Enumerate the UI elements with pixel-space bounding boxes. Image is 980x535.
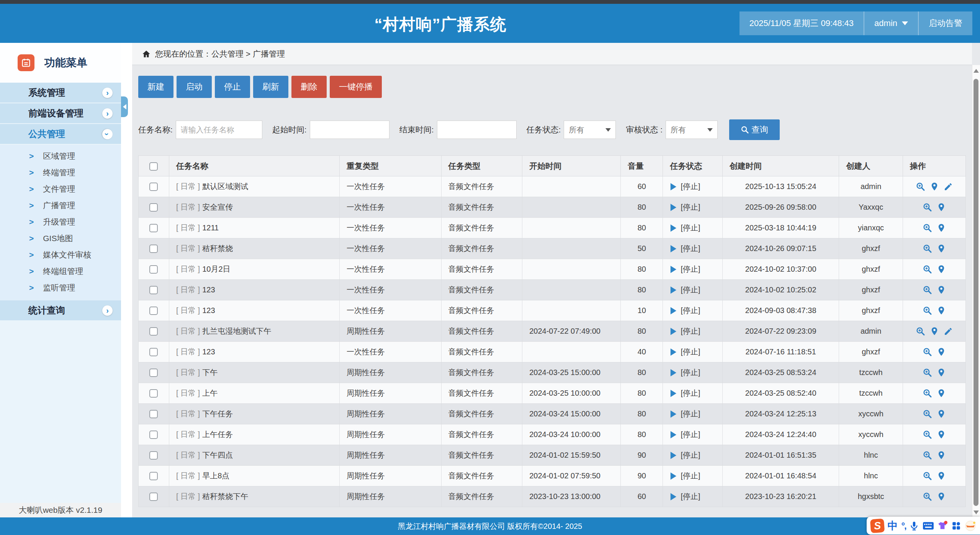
scroll-down-icon[interactable] xyxy=(973,511,979,514)
row-checkbox[interactable] xyxy=(149,224,158,232)
play-icon[interactable] xyxy=(670,451,677,460)
skin-icon[interactable] xyxy=(937,521,948,531)
row-checkbox[interactable] xyxy=(149,203,158,212)
row-checkbox[interactable] xyxy=(149,286,158,294)
location-pin-icon[interactable] xyxy=(930,182,939,191)
play-icon[interactable] xyxy=(670,307,677,315)
task-name-input[interactable] xyxy=(176,121,262,139)
sidebar-item-升级管理[interactable]: >升级管理 xyxy=(0,214,121,230)
row-checkbox[interactable] xyxy=(149,348,158,356)
row-checkbox[interactable] xyxy=(149,307,158,315)
location-pin-icon[interactable] xyxy=(937,223,946,233)
row-checkbox[interactable] xyxy=(149,327,158,336)
keyboard-icon[interactable] xyxy=(923,521,934,530)
audit-status-select[interactable]: 所有 xyxy=(666,121,718,139)
zoom-in-icon[interactable] xyxy=(923,202,932,212)
zoom-in-icon[interactable] xyxy=(923,409,932,419)
microphone-icon[interactable] xyxy=(909,520,919,531)
play-icon[interactable] xyxy=(670,183,677,191)
toolbar-button-3[interactable]: 停止 xyxy=(215,76,250,98)
location-pin-icon[interactable] xyxy=(937,202,946,212)
start-time-input[interactable] xyxy=(310,121,389,139)
chinese-mode-icon[interactable]: 中 xyxy=(888,519,898,533)
sidebar-item-终端组管理[interactable]: >终端组管理 xyxy=(0,263,121,279)
play-icon[interactable] xyxy=(670,431,677,439)
row-checkbox[interactable] xyxy=(149,265,158,274)
sidebar-item-广播管理[interactable]: >广播管理 xyxy=(0,197,121,214)
play-icon[interactable] xyxy=(670,245,677,253)
play-icon[interactable] xyxy=(670,472,677,480)
sidebar-item-GIS地图[interactable]: >GIS地图 xyxy=(0,230,121,246)
search-button[interactable]: 查询 xyxy=(729,119,780,140)
edit-pencil-icon[interactable] xyxy=(944,327,953,336)
sidebar-item-媒体文件审核[interactable]: >媒体文件审核 xyxy=(0,246,121,263)
zoom-in-icon[interactable] xyxy=(923,368,932,377)
sogou-logo-icon[interactable]: S xyxy=(870,519,884,533)
user-menu[interactable]: admin xyxy=(864,11,918,35)
zoom-in-icon[interactable] xyxy=(923,430,932,439)
end-time-input[interactable] xyxy=(437,121,517,139)
zoom-in-icon[interactable] xyxy=(923,285,932,295)
play-icon[interactable] xyxy=(670,224,677,232)
zoom-in-icon[interactable] xyxy=(923,492,932,501)
zoom-in-icon[interactable] xyxy=(923,306,932,315)
toolbar-button-4[interactable]: 刷新 xyxy=(253,76,288,98)
toolbar-button-1[interactable]: 新建 xyxy=(138,76,173,98)
play-icon[interactable] xyxy=(670,348,677,356)
play-icon[interactable] xyxy=(670,327,677,336)
row-checkbox[interactable] xyxy=(149,472,158,480)
task-status-select[interactable]: 所有 xyxy=(564,121,616,139)
scrollbar-thumb[interactable] xyxy=(973,79,978,506)
scroll-up-icon[interactable] xyxy=(973,69,979,73)
play-icon[interactable] xyxy=(670,286,677,294)
row-checkbox[interactable] xyxy=(149,493,158,501)
sidebar-item-监听管理[interactable]: >监听管理 xyxy=(0,279,121,296)
edit-pencil-icon[interactable] xyxy=(944,182,953,191)
location-pin-icon[interactable] xyxy=(937,492,946,501)
play-icon[interactable] xyxy=(670,265,677,274)
zoom-in-icon[interactable] xyxy=(923,244,932,253)
toolbar-button-2[interactable]: 启动 xyxy=(177,76,212,98)
sidebar-group-1[interactable]: 前端设备管理› xyxy=(0,103,121,123)
row-checkbox[interactable] xyxy=(149,431,158,439)
location-pin-icon[interactable] xyxy=(937,471,946,481)
sidebar-group-0[interactable]: 系统管理› xyxy=(0,83,121,103)
sidebar-item-区域管理[interactable]: >区域管理 xyxy=(0,148,121,164)
location-pin-icon[interactable] xyxy=(937,285,946,295)
punctuation-icon[interactable]: °, xyxy=(901,520,906,531)
location-pin-icon[interactable] xyxy=(937,264,946,274)
row-checkbox[interactable] xyxy=(149,183,158,191)
toolbar-button-5[interactable]: 删除 xyxy=(291,76,327,98)
zoom-in-icon[interactable] xyxy=(923,347,932,357)
vertical-scrollbar[interactable] xyxy=(972,65,980,517)
sidebar-group-3[interactable]: 统计查询› xyxy=(0,300,121,320)
emoji-icon[interactable] xyxy=(965,520,976,532)
play-icon[interactable] xyxy=(670,493,677,501)
sidebar-group-2[interactable]: 公共管理› xyxy=(0,124,121,144)
play-icon[interactable] xyxy=(670,389,677,398)
zoom-in-icon[interactable] xyxy=(916,182,925,191)
zoom-in-icon[interactable] xyxy=(923,388,932,398)
play-icon[interactable] xyxy=(670,410,677,418)
location-pin-icon[interactable] xyxy=(937,450,946,460)
row-checkbox[interactable] xyxy=(149,451,158,460)
row-checkbox[interactable] xyxy=(149,245,158,253)
sidebar-item-终端管理[interactable]: >终端管理 xyxy=(0,164,121,181)
zoom-in-icon[interactable] xyxy=(923,471,932,481)
start-alarm-button[interactable]: 启动告警 xyxy=(918,11,972,35)
location-pin-icon[interactable] xyxy=(937,368,946,377)
zoom-in-icon[interactable] xyxy=(923,223,932,233)
sidebar-item-文件管理[interactable]: >文件管理 xyxy=(0,181,121,197)
toolbox-icon[interactable] xyxy=(951,521,961,531)
location-pin-icon[interactable] xyxy=(937,430,946,439)
location-pin-icon[interactable] xyxy=(937,388,946,398)
zoom-in-icon[interactable] xyxy=(923,264,932,274)
location-pin-icon[interactable] xyxy=(937,409,946,419)
location-pin-icon[interactable] xyxy=(937,244,946,253)
select-all-checkbox[interactable] xyxy=(149,162,158,171)
row-checkbox[interactable] xyxy=(149,389,158,398)
zoom-in-icon[interactable] xyxy=(916,326,925,336)
zoom-in-icon[interactable] xyxy=(923,450,932,460)
play-icon[interactable] xyxy=(670,369,677,377)
row-checkbox[interactable] xyxy=(149,410,158,418)
